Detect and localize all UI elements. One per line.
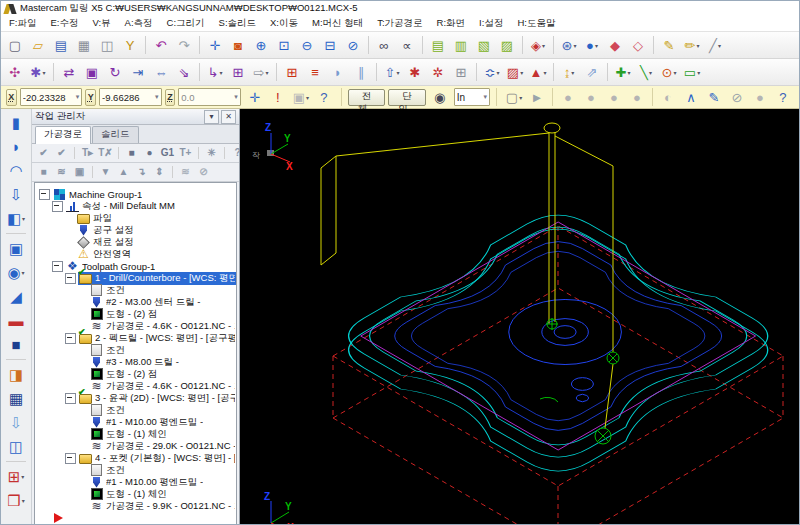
tree-item[interactable]: #2 - M3.00 센터 드릴 - bbox=[35, 296, 236, 308]
gview-cube-button[interactable]: ◈▾ bbox=[527, 35, 549, 56]
tree-expander[interactable] bbox=[65, 393, 76, 404]
xform-rect-array-button[interactable]: ⊞ bbox=[227, 62, 249, 83]
machine-blocks-dropdown-icon[interactable]: ▾ bbox=[22, 497, 25, 504]
xform-offset-dropdown-icon[interactable]: ▾ bbox=[219, 69, 222, 76]
tree-item[interactable]: ≋가공경로 - 29.0K - O0121.NC - 프 bbox=[35, 440, 236, 452]
menu-item-11[interactable]: I:설정 bbox=[479, 17, 503, 30]
regen-dirty-operations-button[interactable]: T✗ bbox=[97, 146, 114, 161]
solid-extrude-button[interactable]: ⇧▾ bbox=[381, 62, 403, 83]
tree-item[interactable]: #1 - M10.00 평엔드밀 - bbox=[35, 416, 236, 428]
machine-blocks-button[interactable]: ❒▾ bbox=[3, 489, 29, 512]
insert-indent-button[interactable]: ↴ bbox=[133, 165, 150, 180]
xform-nesting-button[interactable]: ⇨▾ bbox=[250, 62, 272, 83]
solid-grid-cube-button[interactable]: ▦ bbox=[3, 387, 29, 410]
layout-panel-button[interactable]: ◫ bbox=[3, 435, 29, 458]
trim-fence-button[interactable]: ⊞ bbox=[281, 62, 303, 83]
zoom-previous-button[interactable]: ⊟ bbox=[319, 35, 341, 56]
construction-plane-dropdown-icon[interactable]: ▾ bbox=[595, 42, 598, 49]
panel-close-button[interactable]: ✕ bbox=[221, 110, 236, 124]
tree-item[interactable]: #3 - M8.00 드릴 - bbox=[35, 356, 236, 368]
tree-expander[interactable] bbox=[65, 453, 76, 464]
solid-shell-button[interactable]: ▣ bbox=[3, 237, 29, 260]
repaint-binoculars-button[interactable]: ∝ bbox=[396, 35, 418, 56]
toggle-toolpath-display-button[interactable]: ≋ bbox=[53, 165, 70, 180]
select-last-button[interactable]: ∧ bbox=[680, 87, 702, 108]
panel-tab-2[interactable]: 솔리드 bbox=[92, 126, 139, 143]
surface-blend-button[interactable]: ◗ bbox=[327, 62, 349, 83]
surface-flowline-button[interactable]: ∥ bbox=[350, 62, 372, 83]
dimension-tool-dropdown-icon[interactable]: ▾ bbox=[718, 42, 721, 49]
multi-trim-button[interactable]: ≡ bbox=[304, 62, 326, 83]
xform-offset-button[interactable]: ↳▾ bbox=[204, 62, 226, 83]
tree-item[interactable]: 도형 - (1) 체인 bbox=[35, 428, 236, 440]
select-dirty-operations-button[interactable]: ✔ bbox=[53, 146, 70, 161]
create-point-button[interactable]: ✚▾ bbox=[612, 62, 634, 83]
unit-combo[interactable]: In ▾ bbox=[454, 88, 490, 106]
tree-expander[interactable] bbox=[52, 201, 63, 212]
stl-import-button[interactable]: ◨ bbox=[3, 363, 29, 386]
cursor-help-button[interactable]: ? bbox=[313, 87, 335, 108]
select-single-button[interactable]: 단일... bbox=[388, 89, 425, 106]
view-sheet-grid-button[interactable]: ⊞▾ bbox=[3, 465, 29, 488]
menu-item-3[interactable]: V:뷰 bbox=[92, 17, 110, 30]
menu-item-12[interactable]: H:도움말 bbox=[517, 17, 555, 30]
tree-expander[interactable] bbox=[39, 189, 50, 200]
tree-item[interactable]: ⚠안전영역 bbox=[35, 248, 236, 260]
menu-item-5[interactable]: C:그리기 bbox=[167, 17, 205, 30]
solid-primitive-block-dropdown-icon[interactable]: ▾ bbox=[22, 215, 25, 222]
zoom-window-button[interactable]: ⊡ bbox=[273, 35, 295, 56]
panel-tab-1[interactable]: 가공경로 bbox=[35, 126, 91, 144]
fit-screen-button[interactable]: ◙ bbox=[227, 35, 249, 56]
select-cursor-button[interactable]: ► bbox=[526, 87, 548, 108]
lock-operations-button[interactable]: ■ bbox=[35, 165, 52, 180]
tree-item[interactable]: 재료 설정 bbox=[35, 236, 236, 248]
wcs-plane-button[interactable]: ◆ bbox=[604, 35, 626, 56]
select-none-button[interactable]: ⊘ bbox=[726, 87, 748, 108]
xform-project-button[interactable]: ⇥ bbox=[127, 62, 149, 83]
tree-item[interactable]: ≋가공경로 - 4.6K - O0121.NC - 프 bbox=[35, 320, 236, 332]
backplot-button[interactable]: ■ bbox=[123, 146, 140, 161]
z-axis-label-button[interactable]: Z bbox=[165, 89, 176, 106]
select-all-button[interactable]: 전체... bbox=[348, 89, 385, 106]
surface-revolve-dropdown-icon[interactable]: ▾ bbox=[496, 69, 499, 76]
toolpath-options-button[interactable]: ✳ bbox=[203, 146, 220, 161]
solid-wedge-button[interactable]: ◢ bbox=[3, 285, 29, 308]
menu-item-6[interactable]: S:솔리드 bbox=[219, 17, 256, 30]
y-coordinate-field[interactable]: ▾ bbox=[99, 88, 162, 106]
lock-toolpath-display-button[interactable]: ▣ bbox=[71, 165, 88, 180]
move-insert-down-button[interactable]: ▼ bbox=[97, 165, 114, 180]
feed-optimize-button[interactable]: T+ bbox=[177, 146, 194, 161]
redo-button[interactable]: ↷ bbox=[173, 35, 195, 56]
selection-help-button[interactable]: ? bbox=[772, 87, 794, 108]
solid-revolve-body-button[interactable]: ◗ bbox=[3, 135, 29, 158]
new-file-button[interactable]: ▢ bbox=[4, 35, 26, 56]
solid-plate-button[interactable]: ▬ bbox=[3, 309, 29, 332]
view-sheet-grid-dropdown-icon[interactable]: ▾ bbox=[21, 473, 24, 480]
gview-isometric-button[interactable]: ⊛▾ bbox=[558, 35, 580, 56]
solid-draft-face-button[interactable]: ▲▾ bbox=[527, 62, 549, 83]
select-mask-4-button[interactable]: ● bbox=[626, 87, 648, 108]
menu-item-9[interactable]: T:가공경로 bbox=[377, 17, 422, 30]
select-all-mask-button[interactable]: ● bbox=[749, 87, 771, 108]
z-coordinate-field[interactable]: ▾ bbox=[178, 88, 241, 106]
zoom-out-button[interactable]: ⊖ bbox=[296, 35, 318, 56]
x-coordinate-field[interactable]: ▾ bbox=[20, 88, 83, 106]
zoom-out-50-button[interactable]: ⊘ bbox=[342, 35, 364, 56]
undo-button[interactable]: ↶ bbox=[150, 35, 172, 56]
post-g1-button[interactable]: G1 bbox=[159, 146, 176, 161]
select-mask-2-button[interactable]: ● bbox=[580, 87, 602, 108]
ghost-operations-button[interactable]: ≋ bbox=[177, 165, 194, 180]
toggle-lights-dropdown-icon[interactable]: ▾ bbox=[571, 69, 574, 76]
scroll-operations-button[interactable]: ⇕ bbox=[151, 165, 168, 180]
shaded-display-button[interactable]: ▧ bbox=[473, 35, 495, 56]
xform-scale-button[interactable]: ⇘ bbox=[173, 62, 195, 83]
surface-trim-dropdown-icon[interactable]: ▾ bbox=[520, 69, 523, 76]
y-dropdown-caret-icon[interactable]: ▾ bbox=[155, 93, 159, 101]
xform-translate-button[interactable]: ⇄ bbox=[58, 62, 80, 83]
tree-item[interactable]: 1 - Drill/Counterbore - [WCS: 평면] - bbox=[35, 272, 236, 284]
tree-item[interactable]: 도형 - (2) 점 bbox=[35, 368, 236, 380]
tree-item[interactable]: 2 - 펙드릴 - [WCS: 평면] - [공구평면: bbox=[35, 332, 236, 344]
solid-primitive-block-button[interactable]: ◧▾ bbox=[3, 207, 29, 230]
tree-item[interactable]: 조건 bbox=[35, 344, 236, 356]
unit-combo-caret-icon[interactable]: ▾ bbox=[483, 93, 487, 101]
